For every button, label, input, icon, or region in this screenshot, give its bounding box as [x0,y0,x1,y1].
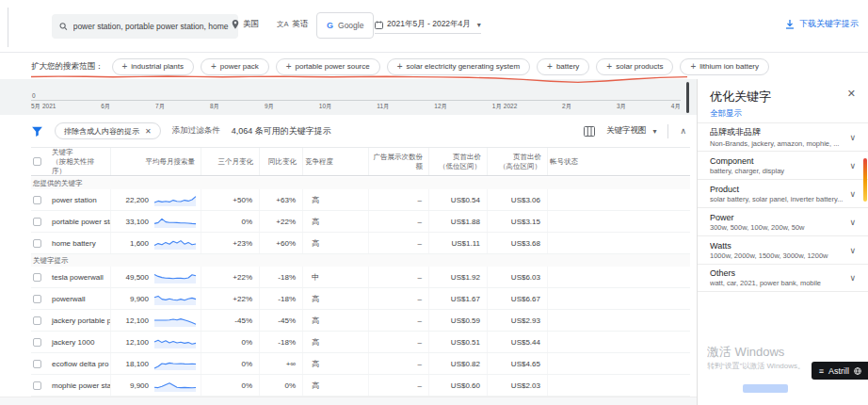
volume-cell: 1,600 [110,233,201,253]
bid-high-cell: US$3.15 [487,211,547,232]
volume-cell: 33,100 [110,211,201,232]
keyword-cell: powerwall [50,288,110,309]
volume-cell: 9,900 [110,288,201,309]
row-checkbox[interactable] [33,218,41,226]
search-keywords-field[interactable]: power station, portable power station, h… [52,14,238,39]
date-range-selector[interactable]: 2021年5月 - 2022年4月 ▾ [375,19,481,34]
checkbox-cell [31,332,50,352]
row-checkbox[interactable] [33,316,41,325]
location-selector[interactable]: 美国 [232,19,259,30]
yoy-change-cell: 0% [259,375,302,396]
col-header-yoy-change[interactable]: 同比变化 [259,148,302,175]
sidebar-group-title: Watts [710,241,844,251]
ad-impression-share-cell: – [368,310,428,331]
select-all-cell [31,148,50,175]
volume-value: 33,100 [126,218,149,226]
yoy-change-cell: +63% [259,189,302,210]
network-selector[interactable]: G Google [316,12,374,39]
col-header-top-bid-low[interactable]: 页首出价（低位区间） [428,148,487,175]
bid-low-cell: US$1.67 [428,288,487,309]
sidebar-group-text: Power 300w, 500w, 100w, 200w, 50w [710,213,844,232]
col-header-competition[interactable]: 竞争程度 [302,148,368,175]
col-header-keyword[interactable]: 关键字（按相关性排序） [50,148,110,175]
sparkline-chart [153,378,197,393]
language-selector[interactable]: 文A 英语 [277,19,309,30]
chevron-down-icon: ∨ [849,133,856,142]
bid-high-cell: US$6.03 [487,267,547,287]
windows-activation-watermark: 激活 Windows [707,344,784,361]
collapse-chevron-button[interactable]: ∧ [680,126,690,136]
broaden-chip[interactable]: + lithium ion battery [680,58,769,75]
download-keyword-ideas-button[interactable]: 下载关键字提示 [785,18,859,30]
table-section-header: 关键字提示 [31,254,690,267]
show-all-link[interactable]: 全部显示 [710,108,742,120]
add-filter-button[interactable]: 添加过滤条件 [172,125,220,137]
keyword-cell: mophie power station [50,375,110,396]
bid-high-cell: US$2.03 [487,375,547,396]
three-month-change-cell: 0% [201,211,259,232]
row-checkbox[interactable] [33,273,41,282]
columns-icon[interactable] [584,126,595,137]
close-icon[interactable]: ✕ [847,88,856,100]
competition-cell: 高 [302,189,368,210]
sidebar-group[interactable]: Watts 1000w, 2000w, 1500w, 3000w, 1200w … [698,235,868,264]
chevron-down-icon: ∨ [849,246,856,255]
keyword-view-dropdown[interactable]: 关键字视图 ▾ [606,125,657,137]
volume-cell: 12,100 [110,310,201,331]
keyword-cell: ecoflow delta pro [50,353,110,374]
vertical-scrollbar[interactable] [686,82,689,113]
competition-cell: 高 [302,353,368,374]
row-checkbox[interactable] [33,338,41,347]
sidebar-group[interactable]: Others watt, car, 2021, power bank, mobi… [698,264,868,292]
horizontal-scrollbar-track[interactable] [0,397,697,405]
sidebar-group[interactable]: Power 300w, 500w, 100w, 200w, 50w ∨ [698,207,868,235]
sidebar-scrollbar-highlight[interactable] [863,158,867,202]
col-header-account-status[interactable]: 帐号状态 [547,148,690,175]
col-header-avg-monthly-searches[interactable]: 平均每月搜索量 [110,148,201,175]
bid-low-cell: US$0.60 [428,375,487,396]
plus-icon: + [211,62,217,72]
competition-cell: 高 [302,233,368,253]
sidebar-group[interactable]: Product solar battery, solar panel, inve… [698,179,868,207]
three-month-change-cell: -45% [201,310,259,331]
month-tick-label: 2月 [562,103,571,111]
row-checkbox[interactable] [33,196,41,204]
row-checkbox[interactable] [33,360,41,368]
bid-high-cell: US$5.44 [487,332,547,352]
row-checkbox[interactable] [33,295,41,303]
row-checkbox[interactable] [33,381,41,390]
ad-impression-share-cell: – [368,211,428,232]
plus-icon: + [397,62,403,72]
select-all-checkbox[interactable] [33,157,41,166]
table-row: home battery 1,600 +23% +60% 高 – US$1.11… [31,233,690,254]
keyword-cell: portable power stat.. [50,211,110,232]
sparkline-chart [153,269,197,284]
volume-value: 12,100 [126,338,149,347]
account-status-cell [547,353,690,374]
exclude-adult-filter-chip[interactable]: 排除含成人内容的提示 ✕ [55,122,161,139]
col-header-three-month-change[interactable]: 三个月变化 [201,148,259,175]
volume-cell: 49,500 [110,267,201,287]
sidebar-group[interactable]: 品牌或非品牌 Non-Brands, jackery, amazon, moph… [698,122,868,151]
yoy-change-cell: +22% [259,211,302,232]
date-range-value: 2021年5月 - 2022年4月 [387,19,471,30]
filter-funnel-icon[interactable] [31,125,43,138]
table-row: ecoflow delta pro 18,100 0% +∞ 高 – US$0.… [31,353,690,375]
close-icon[interactable]: ✕ [145,127,152,136]
sparkline-chart [153,291,197,306]
sidebar-group-text: 品牌或非品牌 Non-Brands, jackery, amazon, moph… [710,126,844,148]
three-month-change-cell: +22% [201,288,259,309]
row-checkbox[interactable] [33,239,41,248]
col-header-ad-impression-share[interactable]: 广告展示次数份额 [368,148,428,175]
location-value: 美国 [243,19,259,30]
astrill-vpn-badge[interactable]: ≡ Astrill [812,362,868,380]
sidebar-group[interactable]: Component battery, charger, display ∨ [698,151,868,179]
competition-cell: 高 [302,310,368,331]
sparkline-chart [153,313,197,328]
col-header-top-bid-high[interactable]: 页首出价（高位区间） [487,148,547,175]
bid-high-cell: US$4.65 [487,353,547,374]
sidebar-group-title: Power [710,213,844,222]
search-keywords-text: power station, portable power station, h… [73,22,231,31]
volume-cell: 9,900 [110,375,201,396]
month-tick-label: 10月 [319,103,332,111]
